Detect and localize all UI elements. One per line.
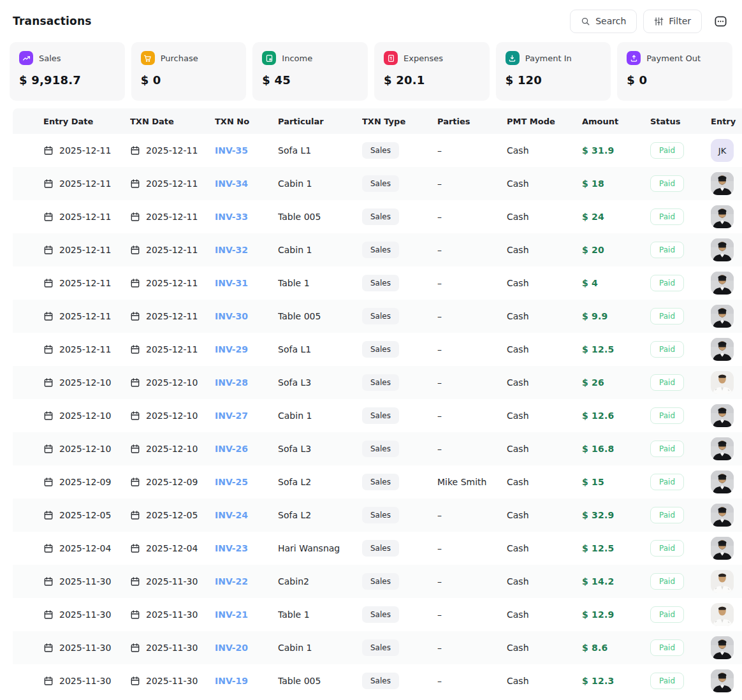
card-value: $ 120 xyxy=(506,73,602,87)
calendar-icon xyxy=(43,411,54,421)
txn-type-badge: Sales xyxy=(362,308,399,324)
parties-cell: Mike Smith xyxy=(437,477,507,487)
particular-cell: Table 1 xyxy=(278,609,362,620)
card-value: $ 20.1 xyxy=(384,73,480,87)
filter-button[interactable]: Filter xyxy=(643,10,702,33)
entry-date: 2025-12-10 xyxy=(59,377,111,388)
table-row[interactable]: 2025-12-11 2025-12-11 INV-33 Table 005 S… xyxy=(13,200,742,233)
entry-avatar xyxy=(711,305,734,328)
txn-date: 2025-12-11 xyxy=(146,179,198,189)
txn-no-link[interactable]: INV-22 xyxy=(215,576,248,587)
txn-type-badge: Sales xyxy=(362,374,399,391)
txn-no-link[interactable]: INV-23 xyxy=(215,543,248,553)
entry-date: 2025-11-30 xyxy=(59,609,111,620)
txn-date: 2025-12-11 xyxy=(146,278,198,288)
entry-date: 2025-12-10 xyxy=(59,444,111,454)
txn-no-link[interactable]: INV-34 xyxy=(215,179,248,189)
entry-date: 2025-12-11 xyxy=(59,311,111,321)
txn-date: 2025-12-11 xyxy=(146,212,198,222)
txn-no-link[interactable]: INV-27 xyxy=(215,411,248,421)
txn-no-link[interactable]: INV-26 xyxy=(215,444,248,454)
parties-cell: – xyxy=(437,377,507,388)
more-options-button[interactable] xyxy=(713,14,728,29)
particular-cell: Table 005 xyxy=(278,676,362,686)
search-button-label: Search xyxy=(595,16,626,26)
search-button[interactable]: Search xyxy=(570,10,637,33)
txn-no-link[interactable]: INV-33 xyxy=(215,212,248,222)
entry-date: 2025-12-09 xyxy=(59,477,111,487)
txn-no-link[interactable]: INV-28 xyxy=(215,377,248,388)
table-row[interactable]: 2025-11-30 2025-11-30 INV-22 Cabin2 Sale… xyxy=(13,565,742,598)
txn-no-link[interactable]: INV-21 xyxy=(215,609,248,620)
amount-cell: $ 12.3 xyxy=(582,676,650,686)
status-badge: Paid xyxy=(650,639,684,656)
table-row[interactable]: 2025-11-30 2025-11-30 INV-20 Cabin 1 Sal… xyxy=(13,631,742,664)
status-badge: Paid xyxy=(650,341,684,358)
table-row[interactable]: 2025-11-30 2025-11-30 INV-21 Table 1 Sal… xyxy=(13,598,742,631)
summary-cards: Sales $ 9,918.7 Purchase $ 0 Income $ 45… xyxy=(0,42,742,101)
txn-no-link[interactable]: INV-29 xyxy=(215,344,248,354)
pmt-mode-cell: Cash xyxy=(507,477,582,487)
table-row[interactable]: 2025-11-30 2025-11-30 INV-19 Table 005 S… xyxy=(13,664,742,697)
summary-card: Payment In $ 120 xyxy=(496,42,611,101)
parties-cell: – xyxy=(437,179,507,189)
table-row[interactable]: 2025-12-11 2025-12-11 INV-29 Sofa L1 Sal… xyxy=(13,333,742,366)
table-row[interactable]: 2025-12-11 2025-12-11 INV-35 Sofa L1 Sal… xyxy=(13,134,742,167)
amount-cell: $ 31.9 xyxy=(582,145,650,156)
table-row[interactable]: 2025-12-10 2025-12-10 INV-28 Sofa L3 Sal… xyxy=(13,366,742,399)
parties-cell: – xyxy=(437,643,507,653)
table-row[interactable]: 2025-12-10 2025-12-10 INV-27 Cabin 1 Sal… xyxy=(13,399,742,432)
column-header: TXN No xyxy=(215,117,278,126)
status-badge: Paid xyxy=(650,407,684,424)
txn-date-cell: 2025-12-10 xyxy=(130,411,215,421)
amount-cell: $ 12.6 xyxy=(582,411,650,421)
parties-cell: – xyxy=(437,245,507,255)
status-badge: Paid xyxy=(650,374,684,391)
txn-type-badge: Sales xyxy=(362,275,399,291)
card-value: $ 9,918.7 xyxy=(19,73,115,87)
txn-no-link[interactable]: INV-32 xyxy=(215,245,248,255)
table-row[interactable]: 2025-12-11 2025-12-11 INV-30 Table 005 S… xyxy=(13,300,742,333)
table-row[interactable]: 2025-12-05 2025-12-05 INV-24 Sofa L2 Sal… xyxy=(13,499,742,532)
table-row[interactable]: 2025-12-10 2025-12-10 INV-26 Sofa L3 Sal… xyxy=(13,432,742,465)
status-badge: Paid xyxy=(650,275,684,291)
pmt-mode-cell: Cash xyxy=(507,510,582,520)
column-header: Parties xyxy=(437,117,507,126)
table-row[interactable]: 2025-12-11 2025-12-11 INV-32 Cabin 1 Sal… xyxy=(13,233,742,266)
pmt-mode-cell: Cash xyxy=(507,311,582,321)
calendar-icon xyxy=(43,179,54,189)
parties-cell: – xyxy=(437,510,507,520)
txn-date: 2025-12-11 xyxy=(146,311,198,321)
card-value: $ 45 xyxy=(262,73,358,87)
calendar-icon xyxy=(43,676,54,686)
particular-cell: Table 005 xyxy=(278,212,362,222)
entry-date: 2025-11-30 xyxy=(59,676,111,686)
pmt-mode-cell: Cash xyxy=(507,609,582,620)
amount-cell: $ 24 xyxy=(582,212,650,222)
txn-no-link[interactable]: INV-35 xyxy=(215,145,248,156)
pmt-mode-cell: Cash xyxy=(507,212,582,222)
summary-card: Expenses $ 20.1 xyxy=(374,42,490,101)
txn-no-link[interactable]: INV-24 xyxy=(215,510,248,520)
amount-cell: $ 14.2 xyxy=(582,576,650,587)
column-header: Particular xyxy=(278,117,362,126)
status-badge: Paid xyxy=(650,573,684,590)
particular-cell: Sofa L2 xyxy=(278,510,362,520)
status-badge: Paid xyxy=(650,474,684,490)
table-row[interactable]: 2025-12-04 2025-12-04 INV-23 Hari Wansna… xyxy=(13,532,742,565)
parties-cell: – xyxy=(437,411,507,421)
download-icon xyxy=(506,51,520,65)
calendar-icon xyxy=(130,344,140,354)
txn-no-link[interactable]: INV-20 xyxy=(215,643,248,653)
table-row[interactable]: 2025-12-11 2025-12-11 INV-34 Cabin 1 Sal… xyxy=(13,167,742,200)
txn-date-cell: 2025-12-11 xyxy=(130,245,215,255)
txn-no-link[interactable]: INV-25 xyxy=(215,477,248,487)
txn-no-link[interactable]: INV-31 xyxy=(215,278,248,288)
table-row[interactable]: 2025-12-11 2025-12-11 INV-31 Table 1 Sal… xyxy=(13,266,742,300)
calendar-icon xyxy=(43,576,54,587)
table-row[interactable]: 2025-12-09 2025-12-09 INV-25 Sofa L2 Sal… xyxy=(13,465,742,499)
card-label: Payment Out xyxy=(646,54,701,63)
txn-no-link[interactable]: INV-30 xyxy=(215,311,248,321)
txn-no-link[interactable]: INV-19 xyxy=(215,676,248,686)
pmt-mode-cell: Cash xyxy=(507,145,582,156)
